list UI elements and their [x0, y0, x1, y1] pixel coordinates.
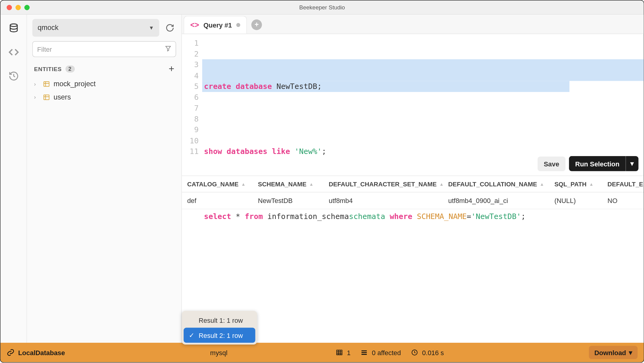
new-tab-button[interactable]: + [251, 19, 262, 30]
elapsed-time: 0.016 s [411, 348, 444, 356]
entity-item[interactable]: › users [32, 91, 176, 104]
main-area: <> Query #1 + 1 2 3 4 5 6 7 8 9 10 [182, 15, 644, 343]
dirty-indicator-icon [236, 23, 240, 27]
tab-query[interactable]: <> Query #1 [184, 16, 247, 34]
filter-input[interactable] [32, 41, 176, 57]
svg-rect-2 [44, 95, 49, 100]
filter-icon[interactable] [165, 45, 172, 54]
table-icon [43, 94, 50, 101]
tab-bar: <> Query #1 + [182, 15, 644, 34]
row-count: 1 [335, 348, 350, 356]
entity-item[interactable]: › mock_project [32, 77, 176, 91]
window-title: Beekeeper Studio [0, 4, 644, 11]
chevron-right-icon: › [34, 81, 40, 87]
chevron-right-icon: › [34, 94, 40, 100]
svg-point-0 [10, 24, 17, 27]
sidebar: qmock ▼ ENTITIES 2 + [27, 15, 182, 343]
tab-label: Query #1 [203, 21, 232, 29]
link-icon [7, 348, 15, 356]
connection-name: LocalDatabase [18, 349, 65, 356]
chevron-down-icon: ▼ [149, 25, 154, 31]
entities-count: 2 [65, 65, 75, 72]
database-icon[interactable] [8, 23, 19, 34]
result-selector-popup: ✓ Result 1: 1 row ✓ Result 2: 1 row [182, 311, 257, 345]
refresh-button[interactable] [164, 22, 176, 34]
check-icon: ✓ [189, 331, 195, 339]
sql-editor[interactable]: 1 2 3 4 5 6 7 8 9 10 11 create database … [182, 34, 644, 154]
rows-icon [360, 348, 368, 356]
code-icon: <> [190, 21, 199, 29]
svg-rect-1 [44, 82, 49, 87]
app-window: Beekeeper Studio qmock ▼ [0, 0, 644, 363]
database-select[interactable]: qmock ▼ [32, 19, 159, 37]
svg-rect-3 [337, 350, 342, 355]
chevron-down-icon: ▾ [629, 348, 632, 356]
add-entity-button[interactable]: + [169, 64, 174, 74]
code-icon[interactable] [8, 47, 19, 58]
activity-rail [0, 15, 27, 343]
download-button[interactable]: Download ▾ [589, 346, 637, 359]
svg-rect-6 [362, 354, 367, 355]
line-gutter: 1 2 3 4 5 6 7 8 9 10 11 [182, 38, 202, 153]
connection-indicator[interactable]: LocalDatabase [7, 348, 65, 356]
table-icon [43, 80, 50, 87]
titlebar: Beekeeper Studio [0, 0, 644, 15]
status-bar: LocalDatabase mysql 1 0 affected 0.016 s… [0, 343, 644, 362]
db-type: mysql [210, 349, 227, 356]
entities-label: ENTITIES [34, 66, 62, 72]
history-icon[interactable] [8, 70, 19, 82]
entity-name: users [54, 93, 71, 101]
svg-rect-4 [362, 350, 367, 351]
svg-rect-5 [362, 352, 367, 353]
result-option[interactable]: ✓ Result 1: 1 row [184, 313, 255, 328]
code-area[interactable]: create database NewTestDB; show database… [202, 38, 644, 153]
clock-icon [411, 348, 419, 356]
result-option[interactable]: ✓ Result 2: 1 row [184, 328, 255, 343]
table-icon [335, 348, 343, 356]
entity-name: mock_project [54, 80, 96, 88]
database-select-value: qmock [38, 24, 58, 32]
affected-count: 0 affected [360, 348, 401, 356]
